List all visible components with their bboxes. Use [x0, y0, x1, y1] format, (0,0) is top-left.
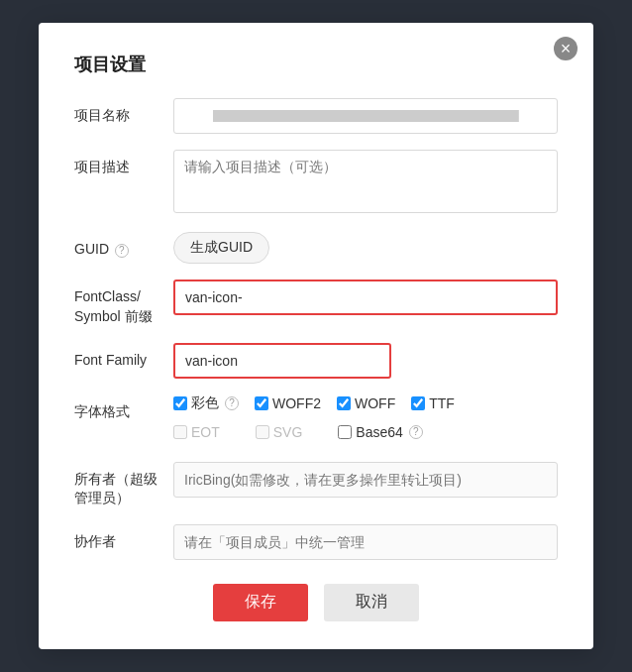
fontfamily-control — [173, 343, 558, 379]
checkbox-svg-input[interactable] — [256, 425, 269, 439]
checkbox-base64[interactable]: Base64 ? — [338, 424, 422, 440]
save-button[interactable]: 保存 — [213, 584, 308, 621]
checkbox-color[interactable]: 彩色 ? — [173, 394, 239, 412]
guid-help-icon[interactable]: ? — [115, 244, 129, 258]
checkbox-ttf-input[interactable] — [411, 396, 425, 410]
footer-buttons: 保存 取消 — [74, 584, 558, 621]
fontfamily-label: Font Family — [74, 343, 173, 371]
font-format-label: 字体格式 — [74, 394, 173, 422]
collaborator-row: 协作者 — [74, 524, 558, 560]
close-button[interactable]: × — [554, 37, 578, 60]
base64-help-icon[interactable]: ? — [409, 425, 423, 439]
owner-row: 所有者（超级 管理员） — [74, 462, 558, 508]
project-desc-input[interactable] — [173, 150, 558, 213]
guid-label: GUID ? — [74, 232, 173, 260]
generate-guid-button[interactable]: 生成GUID — [173, 232, 269, 264]
dialog-title: 项目设置 — [74, 53, 558, 76]
format-line-2: EOT SVG Base64 ? — [173, 424, 558, 440]
collaborator-label: 协作者 — [74, 524, 173, 552]
guid-control: 生成GUID — [173, 232, 558, 264]
fontclass-row: FontClass/ Symbol 前缀 — [74, 280, 558, 326]
font-format-row: 字体格式 彩色 ? WOFF2 WOFF — [74, 394, 558, 446]
project-name-row: 项目名称 — [74, 98, 558, 134]
checkbox-svg[interactable]: SVG — [256, 424, 303, 440]
checkbox-woff[interactable]: WOFF — [337, 395, 395, 411]
format-options: 彩色 ? WOFF2 WOFF TTF — [173, 394, 558, 446]
project-desc-label: 项目描述 — [74, 150, 173, 177]
checkbox-woff2-input[interactable] — [255, 396, 268, 410]
fontfamily-input[interactable] — [173, 343, 391, 379]
project-name-input[interactable] — [173, 98, 558, 134]
project-name-control — [173, 98, 558, 134]
color-help-icon[interactable]: ? — [225, 396, 239, 410]
checkbox-base64-input[interactable] — [338, 425, 352, 439]
project-desc-row: 项目描述 — [74, 150, 558, 216]
checkbox-woff2[interactable]: WOFF2 — [255, 395, 321, 411]
owner-control — [173, 462, 558, 498]
fontfamily-row: Font Family — [74, 343, 558, 379]
owner-input[interactable] — [173, 462, 558, 498]
collaborator-control — [173, 524, 558, 560]
fontclass-control — [173, 280, 558, 315]
guid-row: GUID ? 生成GUID — [74, 232, 558, 264]
checkbox-ttf[interactable]: TTF — [411, 395, 455, 411]
dialog: × 项目设置 项目名称 项目描述 GUID ? 生成GUID — [39, 23, 593, 648]
checkbox-color-input[interactable] — [173, 396, 187, 410]
fontclass-input[interactable] — [173, 280, 558, 315]
checkbox-eot[interactable]: EOT — [173, 424, 220, 440]
overlay: × 项目设置 项目名称 项目描述 GUID ? 生成GUID — [0, 0, 632, 672]
checkbox-woff-input[interactable] — [337, 396, 351, 410]
owner-label: 所有者（超级 管理员） — [74, 462, 173, 508]
project-desc-control — [173, 150, 558, 216]
project-name-label: 项目名称 — [74, 98, 173, 126]
checkbox-eot-input[interactable] — [173, 425, 187, 439]
fontclass-label: FontClass/ Symbol 前缀 — [74, 280, 173, 326]
format-line-1: 彩色 ? WOFF2 WOFF TTF — [173, 394, 558, 412]
collaborator-input[interactable] — [173, 524, 558, 560]
cancel-button[interactable]: 取消 — [324, 584, 419, 621]
